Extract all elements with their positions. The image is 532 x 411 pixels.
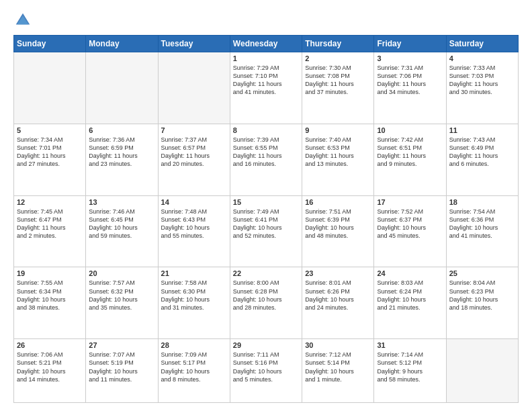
calendar-cell: 27Sunrise: 7:07 AM Sunset: 5:19 PM Dayli… <box>86 339 158 403</box>
calendar-cell: 19Sunrise: 7:55 AM Sunset: 6:34 PM Dayli… <box>14 267 86 339</box>
cell-content: Sunrise: 7:30 AM Sunset: 7:08 PM Dayligh… <box>305 64 371 97</box>
day-number: 11 <box>449 126 515 134</box>
cell-content: Sunrise: 7:45 AM Sunset: 6:47 PM Dayligh… <box>17 208 83 240</box>
day-number: 10 <box>377 126 443 134</box>
calendar-cell: 17Sunrise: 7:52 AM Sunset: 6:37 PM Dayli… <box>374 195 446 267</box>
day-of-week-header: Thursday <box>302 36 374 52</box>
day-number: 13 <box>89 198 154 206</box>
day-number: 4 <box>449 54 515 62</box>
day-number: 22 <box>233 269 299 277</box>
day-of-week-header: Sunday <box>14 36 86 52</box>
page: SundayMondayTuesdayWednesdayThursdayFrid… <box>0 0 532 411</box>
day-number: 19 <box>17 269 83 277</box>
calendar-cell: 26Sunrise: 7:06 AM Sunset: 5:21 PM Dayli… <box>14 339 86 403</box>
cell-content: Sunrise: 7:49 AM Sunset: 6:41 PM Dayligh… <box>233 208 299 240</box>
calendar-cell <box>446 339 518 403</box>
calendar-week-row: 5Sunrise: 7:34 AM Sunset: 7:01 PM Daylig… <box>14 124 519 195</box>
day-number: 25 <box>449 269 515 277</box>
calendar-cell: 28Sunrise: 7:09 AM Sunset: 5:17 PM Dayli… <box>158 339 230 403</box>
calendar-header-row: SundayMondayTuesdayWednesdayThursdayFrid… <box>14 36 519 52</box>
calendar-cell: 2Sunrise: 7:30 AM Sunset: 7:08 PM Daylig… <box>302 52 374 124</box>
cell-content: Sunrise: 8:03 AM Sunset: 6:24 PM Dayligh… <box>377 279 443 312</box>
day-number: 17 <box>377 198 443 206</box>
day-of-week-header: Monday <box>86 36 158 52</box>
calendar-cell: 13Sunrise: 7:46 AM Sunset: 6:45 PM Dayli… <box>86 195 158 267</box>
calendar-cell: 5Sunrise: 7:34 AM Sunset: 7:01 PM Daylig… <box>14 124 86 195</box>
calendar-cell: 25Sunrise: 8:04 AM Sunset: 6:23 PM Dayli… <box>446 267 518 339</box>
calendar-cell: 31Sunrise: 7:14 AM Sunset: 5:12 PM Dayli… <box>374 339 446 403</box>
calendar-week-row: 26Sunrise: 7:06 AM Sunset: 5:21 PM Dayli… <box>14 339 519 403</box>
calendar-cell <box>86 52 158 124</box>
day-number: 27 <box>89 341 154 349</box>
day-number: 14 <box>161 198 227 206</box>
calendar-cell: 30Sunrise: 7:12 AM Sunset: 5:14 PM Dayli… <box>302 339 374 403</box>
calendar-cell: 18Sunrise: 7:54 AM Sunset: 6:36 PM Dayli… <box>446 195 518 267</box>
calendar-cell: 23Sunrise: 8:01 AM Sunset: 6:26 PM Dayli… <box>302 267 374 339</box>
day-number: 29 <box>233 341 299 349</box>
day-number: 20 <box>89 269 154 277</box>
day-number: 8 <box>233 126 299 134</box>
cell-content: Sunrise: 7:40 AM Sunset: 6:53 PM Dayligh… <box>305 136 371 169</box>
cell-content: Sunrise: 8:00 AM Sunset: 6:28 PM Dayligh… <box>233 279 299 312</box>
calendar-cell: 4Sunrise: 7:33 AM Sunset: 7:03 PM Daylig… <box>446 52 518 124</box>
cell-content: Sunrise: 7:14 AM Sunset: 5:12 PM Dayligh… <box>377 351 443 383</box>
calendar-cell: 1Sunrise: 7:29 AM Sunset: 7:10 PM Daylig… <box>230 52 302 124</box>
cell-content: Sunrise: 7:29 AM Sunset: 7:10 PM Dayligh… <box>233 64 299 97</box>
day-of-week-header: Tuesday <box>158 36 230 52</box>
cell-content: Sunrise: 7:11 AM Sunset: 5:16 PM Dayligh… <box>233 351 299 383</box>
day-number: 3 <box>377 54 443 62</box>
cell-content: Sunrise: 7:54 AM Sunset: 6:36 PM Dayligh… <box>449 208 515 240</box>
calendar-cell: 9Sunrise: 7:40 AM Sunset: 6:53 PM Daylig… <box>302 124 374 195</box>
day-number: 23 <box>305 269 371 277</box>
cell-content: Sunrise: 7:12 AM Sunset: 5:14 PM Dayligh… <box>305 351 371 383</box>
logo <box>13 11 35 30</box>
calendar-week-row: 12Sunrise: 7:45 AM Sunset: 6:47 PM Dayli… <box>14 195 519 267</box>
cell-content: Sunrise: 7:58 AM Sunset: 6:30 PM Dayligh… <box>161 279 227 312</box>
cell-content: Sunrise: 7:57 AM Sunset: 6:32 PM Dayligh… <box>89 279 154 312</box>
day-number: 30 <box>305 341 371 349</box>
cell-content: Sunrise: 7:51 AM Sunset: 6:39 PM Dayligh… <box>305 208 371 240</box>
day-number: 1 <box>233 54 299 62</box>
day-number: 6 <box>89 126 154 134</box>
cell-content: Sunrise: 7:55 AM Sunset: 6:34 PM Dayligh… <box>17 279 83 312</box>
calendar-table: SundayMondayTuesdayWednesdayThursdayFrid… <box>13 35 519 403</box>
header <box>13 11 519 30</box>
cell-content: Sunrise: 7:07 AM Sunset: 5:19 PM Dayligh… <box>89 351 154 383</box>
day-number: 5 <box>17 126 83 134</box>
cell-content: Sunrise: 7:36 AM Sunset: 6:59 PM Dayligh… <box>89 136 154 169</box>
cell-content: Sunrise: 7:48 AM Sunset: 6:43 PM Dayligh… <box>161 208 227 240</box>
day-number: 2 <box>305 54 371 62</box>
cell-content: Sunrise: 7:09 AM Sunset: 5:17 PM Dayligh… <box>161 351 227 383</box>
calendar-cell: 12Sunrise: 7:45 AM Sunset: 6:47 PM Dayli… <box>14 195 86 267</box>
cell-content: Sunrise: 7:43 AM Sunset: 6:49 PM Dayligh… <box>449 136 515 169</box>
calendar-cell <box>14 52 86 124</box>
day-number: 21 <box>161 269 227 277</box>
calendar-cell: 29Sunrise: 7:11 AM Sunset: 5:16 PM Dayli… <box>230 339 302 403</box>
cell-content: Sunrise: 8:04 AM Sunset: 6:23 PM Dayligh… <box>449 279 515 312</box>
day-number: 16 <box>305 198 371 206</box>
day-number: 26 <box>17 341 83 349</box>
calendar-week-row: 19Sunrise: 7:55 AM Sunset: 6:34 PM Dayli… <box>14 267 519 339</box>
day-number: 31 <box>377 341 443 349</box>
calendar-week-row: 1Sunrise: 7:29 AM Sunset: 7:10 PM Daylig… <box>14 52 519 124</box>
cell-content: Sunrise: 7:33 AM Sunset: 7:03 PM Dayligh… <box>449 64 515 97</box>
cell-content: Sunrise: 7:42 AM Sunset: 6:51 PM Dayligh… <box>377 136 443 169</box>
calendar-cell: 21Sunrise: 7:58 AM Sunset: 6:30 PM Dayli… <box>158 267 230 339</box>
day-number: 24 <box>377 269 443 277</box>
calendar-cell: 22Sunrise: 8:00 AM Sunset: 6:28 PM Dayli… <box>230 267 302 339</box>
calendar-cell: 20Sunrise: 7:57 AM Sunset: 6:32 PM Dayli… <box>86 267 158 339</box>
calendar-cell: 24Sunrise: 8:03 AM Sunset: 6:24 PM Dayli… <box>374 267 446 339</box>
day-number: 18 <box>449 198 515 206</box>
calendar-cell: 7Sunrise: 7:37 AM Sunset: 6:57 PM Daylig… <box>158 124 230 195</box>
cell-content: Sunrise: 7:39 AM Sunset: 6:55 PM Dayligh… <box>233 136 299 169</box>
logo-icon <box>13 11 32 30</box>
cell-content: Sunrise: 7:06 AM Sunset: 5:21 PM Dayligh… <box>17 351 83 383</box>
day-of-week-header: Saturday <box>446 36 518 52</box>
cell-content: Sunrise: 8:01 AM Sunset: 6:26 PM Dayligh… <box>305 279 371 312</box>
cell-content: Sunrise: 7:37 AM Sunset: 6:57 PM Dayligh… <box>161 136 227 169</box>
cell-content: Sunrise: 7:34 AM Sunset: 7:01 PM Dayligh… <box>17 136 83 169</box>
calendar-cell <box>158 52 230 124</box>
calendar-cell: 11Sunrise: 7:43 AM Sunset: 6:49 PM Dayli… <box>446 124 518 195</box>
day-number: 28 <box>161 341 227 349</box>
calendar-cell: 16Sunrise: 7:51 AM Sunset: 6:39 PM Dayli… <box>302 195 374 267</box>
